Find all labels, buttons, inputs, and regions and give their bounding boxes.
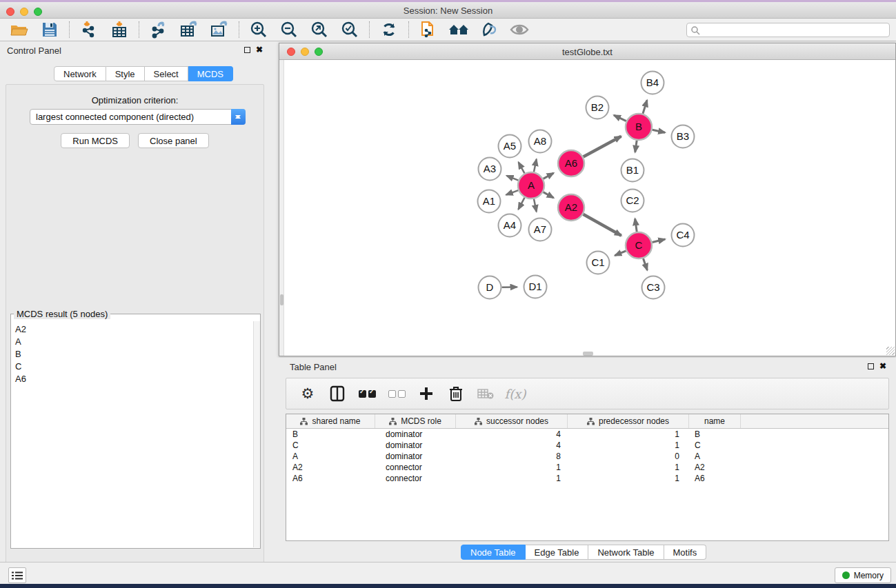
column-header-shared-name[interactable]: shared name <box>286 414 375 428</box>
result-item[interactable]: C <box>11 360 253 372</box>
export-network-icon[interactable] <box>146 20 171 39</box>
save-session-icon[interactable] <box>37 20 62 39</box>
tab-mcds[interactable]: MCDS <box>188 66 233 81</box>
node-A3[interactable]: A3 <box>479 158 501 181</box>
node-B2[interactable]: B2 <box>586 97 609 119</box>
criterion-dropdown[interactable]: largest connected component (directed) <box>30 109 246 125</box>
network-graph[interactable]: B4B2BB3A8A5A6A3B1AC2A1A2A4A7C4CC1DD1C3 <box>279 60 895 356</box>
edge-A-A6[interactable] <box>544 173 554 179</box>
node-A2[interactable]: A2 <box>558 194 584 221</box>
gear-icon[interactable]: ⚙ <box>299 383 317 404</box>
edge-B-B3[interactable] <box>653 130 666 132</box>
node-B4[interactable]: B4 <box>641 72 664 94</box>
tab-network[interactable]: Network <box>54 66 106 81</box>
node-table[interactable]: shared nameMCDS rolesuccessor nodesprede… <box>286 414 889 541</box>
show-hide-icon[interactable] <box>507 20 532 39</box>
home-icon[interactable] <box>446 20 471 39</box>
columns-icon[interactable] <box>328 383 346 404</box>
node-B1[interactable]: B1 <box>621 159 644 182</box>
zoom-fit-icon[interactable] <box>307 20 332 39</box>
tab-network-table[interactable]: Network Table <box>588 545 664 560</box>
export-image-icon[interactable] <box>207 20 232 39</box>
edge-A2-C[interactable] <box>583 214 621 236</box>
edge-A-A2[interactable] <box>544 192 554 198</box>
close-panel-icon[interactable]: ✖ <box>256 46 263 53</box>
table-row[interactable]: Cdominator41C <box>286 440 888 451</box>
zoom-out-icon[interactable] <box>277 20 301 39</box>
memory-button[interactable]: Memory <box>835 567 891 583</box>
result-item[interactable]: A <box>11 335 253 347</box>
tab-select[interactable]: Select <box>145 66 188 81</box>
edge-C-C4[interactable] <box>652 239 665 242</box>
close-panel-button[interactable]: Close panel <box>138 133 209 148</box>
edge-A-A4[interactable] <box>518 198 524 210</box>
edge-B-B4[interactable] <box>643 100 647 114</box>
tab-motifs[interactable]: Motifs <box>664 545 707 560</box>
export-table-icon[interactable] <box>177 20 201 39</box>
tab-style[interactable]: Style <box>106 66 145 81</box>
result-scrollbar[interactable] <box>253 321 260 547</box>
import-network-icon[interactable] <box>77 20 101 39</box>
column-header-MCDS-role[interactable]: MCDS role <box>375 414 456 428</box>
edge-A-A5[interactable] <box>519 162 525 173</box>
add-column-icon[interactable] <box>417 383 435 404</box>
task-history-button[interactable] <box>8 567 26 583</box>
edge-A-A1[interactable] <box>506 190 518 195</box>
canvas-horizontal-scrollbar[interactable] <box>583 352 593 356</box>
delete-table-icon[interactable] <box>477 383 495 404</box>
node-A6[interactable]: A6 <box>558 150 584 176</box>
search-input[interactable] <box>700 26 879 35</box>
edge-A-A8[interactable] <box>534 159 537 172</box>
tab-node-table[interactable]: Node Table <box>461 545 526 560</box>
column-header-name[interactable]: name <box>689 414 741 428</box>
select-all-icon[interactable] <box>358 383 376 404</box>
deselect-all-icon[interactable] <box>388 383 406 404</box>
edge-C-C1[interactable] <box>615 251 626 256</box>
node-C3[interactable]: C3 <box>642 276 665 299</box>
table-row[interactable]: A2connector11A2 <box>286 462 888 473</box>
run-mcds-button[interactable]: Run MCDS <box>61 133 130 148</box>
window-resize-grip[interactable] <box>886 347 895 355</box>
node-A4[interactable]: A4 <box>499 214 521 237</box>
function-builder-icon[interactable]: f(x) <box>506 383 524 404</box>
float-table-panel-icon[interactable] <box>868 363 874 369</box>
node-D1[interactable]: D1 <box>524 276 547 298</box>
column-header-successor-nodes[interactable]: successor nodes <box>456 414 568 428</box>
result-item[interactable]: B <box>11 347 253 360</box>
refresh-icon[interactable] <box>377 20 401 39</box>
clone-network-icon[interactable] <box>416 20 441 39</box>
result-item[interactable]: A6 <box>11 372 253 385</box>
edge-A6-B[interactable] <box>584 136 621 157</box>
zoom-in-icon[interactable] <box>246 20 271 39</box>
close-table-panel-icon[interactable]: ✖ <box>879 363 886 369</box>
node-A[interactable]: A <box>518 172 544 199</box>
column-header-predecessor-nodes[interactable]: predecessor nodes <box>568 414 689 428</box>
node-C4[interactable]: C4 <box>672 224 695 247</box>
edge-A-A7[interactable] <box>534 199 537 212</box>
search-field[interactable] <box>686 23 890 37</box>
open-session-icon[interactable] <box>7 20 32 39</box>
node-B3[interactable]: B3 <box>672 125 695 148</box>
network-canvas[interactable]: B4B2BB3A8A5A6A3B1AC2A1A2A4A7C4CC1DD1C3 <box>279 60 895 356</box>
tab-edge-table[interactable]: Edge Table <box>526 545 589 560</box>
node-D[interactable]: D <box>479 276 501 299</box>
node-A5[interactable]: A5 <box>499 135 521 158</box>
table-row[interactable]: Adominator80A <box>286 451 888 462</box>
node-A7[interactable]: A7 <box>529 219 552 241</box>
edge-B-B1[interactable] <box>635 141 637 152</box>
node-B[interactable]: B <box>626 114 652 140</box>
node-A1[interactable]: A1 <box>478 190 501 213</box>
node-C2[interactable]: C2 <box>621 190 644 212</box>
edge-C-C2[interactable] <box>635 219 637 232</box>
node-C1[interactable]: C1 <box>587 252 610 274</box>
zoom-selected-icon[interactable] <box>337 20 362 39</box>
delete-column-icon[interactable] <box>447 383 465 404</box>
node-C[interactable]: C <box>626 232 652 258</box>
canvas-vertical-scrollbar[interactable] <box>279 60 284 356</box>
edge-A-A3[interactable] <box>507 176 519 181</box>
node-A8[interactable]: A8 <box>529 130 552 153</box>
table-row[interactable]: Bdominator41B <box>286 429 888 440</box>
table-row[interactable]: A6connector11A6 <box>286 473 888 484</box>
import-table-icon[interactable] <box>107 20 132 39</box>
float-panel-icon[interactable] <box>244 47 250 53</box>
